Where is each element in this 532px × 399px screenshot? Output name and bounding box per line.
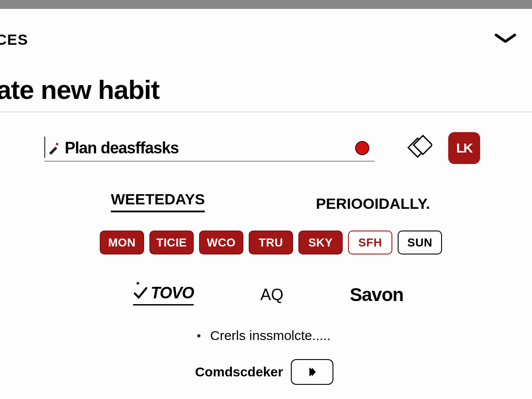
todo-label: TOVO: [151, 284, 194, 302]
combo-label: Comdscdeker: [195, 364, 283, 379]
bullet-icon: [197, 334, 200, 337]
page: ICES eate new habit Plan deasffasks LK W…: [0, 9, 532, 399]
hint-text: Crerls inssmolcte.....: [210, 328, 331, 343]
todo-option[interactable]: TOVO: [133, 284, 194, 305]
svg-rect-0: [49, 146, 57, 154]
day-sat[interactable]: SFH: [348, 231, 392, 254]
nav-breadcrumb-fragment: ICES: [0, 31, 28, 48]
divider: [0, 112, 532, 112]
text-caret: [44, 137, 45, 158]
day-thu[interactable]: TRU: [249, 231, 293, 254]
close-button[interactable]: [492, 31, 519, 49]
habit-name-row: Plan deasffasks LK: [44, 131, 492, 165]
habit-name-value: Plan deasffasks: [65, 139, 179, 157]
confirm-button[interactable]: LK: [448, 132, 480, 164]
duplicate-button[interactable]: [403, 132, 435, 164]
hint-text-row: Crerls inssmolcte.....: [197, 328, 331, 343]
schedule-tabs: WEETEDAYS PERIOOIDALLY.: [111, 191, 430, 212]
options-row: TOVO AQ Savon: [133, 284, 403, 305]
weekday-selector: MON TICIE WCO TRU SKY SFH SUN: [100, 231, 442, 254]
color-marker[interactable]: [355, 141, 369, 155]
confirm-label: LK: [456, 141, 472, 156]
search-glyph: AQ: [260, 286, 283, 304]
save-button[interactable]: Savon: [350, 284, 403, 305]
svg-rect-3: [414, 136, 432, 154]
day-sun[interactable]: SUN: [398, 231, 442, 254]
day-fri[interactable]: SKY: [298, 231, 343, 254]
search-option[interactable]: AQ: [260, 286, 283, 304]
tab-periodically[interactable]: PERIOOIDALLY.: [316, 195, 430, 212]
combo-row: Comdscdeker: [195, 359, 333, 385]
day-mon[interactable]: MON: [100, 231, 144, 254]
pencil-icon: [47, 141, 60, 155]
tab-weekdays[interactable]: WEETEDAYS: [111, 191, 205, 212]
window-titlebar: [0, 0, 532, 9]
habit-name-input[interactable]: Plan deasffasks: [44, 135, 375, 161]
page-title: eate new habit: [0, 74, 159, 105]
check-icon: [133, 286, 148, 301]
svg-rect-1: [55, 142, 59, 145]
day-wed[interactable]: WCO: [199, 231, 243, 254]
day-tue[interactable]: TICIE: [149, 231, 194, 254]
arrow-right-icon: [307, 366, 317, 378]
combo-next-button[interactable]: [291, 359, 333, 385]
